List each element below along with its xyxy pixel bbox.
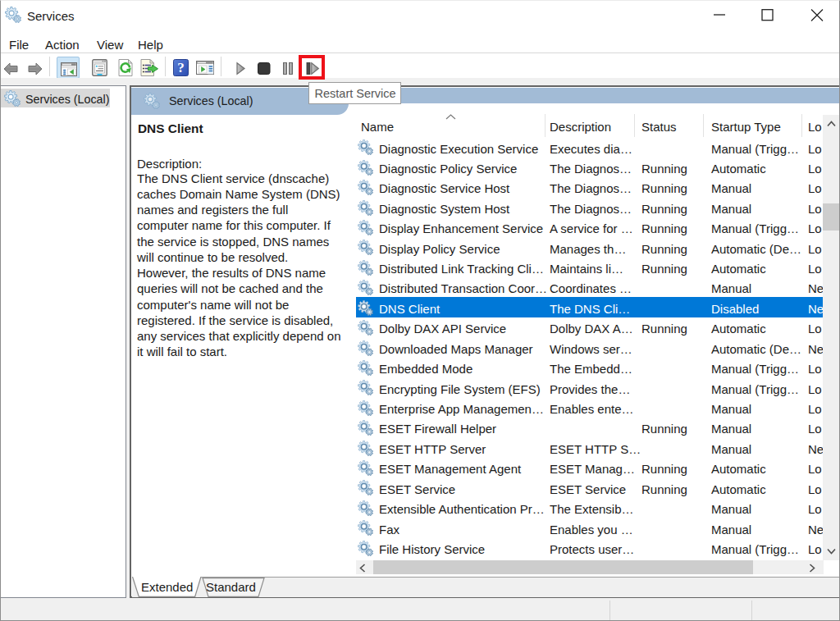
svg-text:?: ? <box>177 60 185 75</box>
